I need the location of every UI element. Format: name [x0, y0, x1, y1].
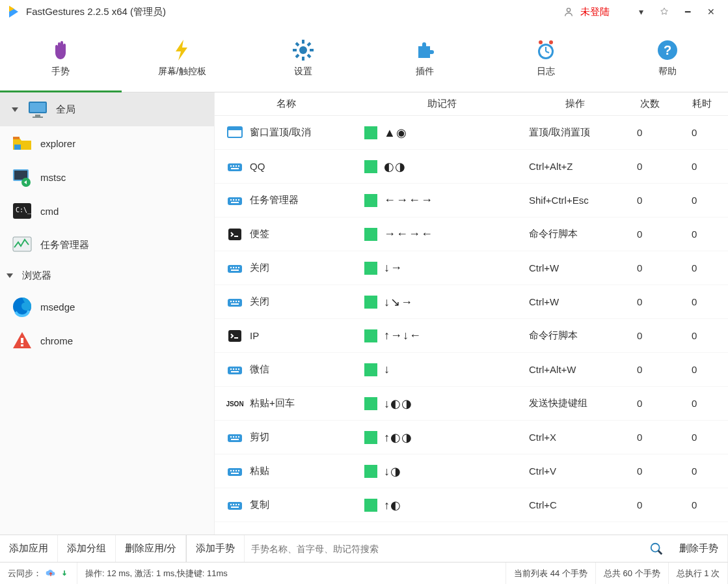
row-count: 0 [624, 398, 676, 409]
gesture-trigger-icon [364, 363, 377, 376]
gesture-trigger-icon [364, 126, 377, 139]
sidebar-item-msedge[interactable]: msedge [0, 290, 214, 324]
row-mnemonic: ↑→↓← [384, 329, 422, 342]
svg-rect-78 [228, 468, 242, 476]
tab-settings[interactable]: 设置 [243, 23, 364, 92]
table-row[interactable]: 关闭↓↘→Ctrl+W00 [215, 285, 728, 319]
gesture-trigger-icon [364, 499, 377, 512]
header-mnemonic[interactable]: 助记符 [358, 98, 526, 110]
tab-help[interactable]: ? 帮助 [607, 23, 729, 92]
add-gesture-button[interactable]: 添加手势 [186, 535, 245, 562]
statusbar: 云同步： 操作: 12 ms, 激活: 1 ms,快捷键: 11ms 当前列表 … [0, 562, 728, 584]
svg-line-8 [296, 43, 299, 46]
delete-gesture-button[interactable]: 删除手势 [670, 535, 728, 562]
close-button[interactable]: ✕ [699, 3, 723, 21]
folder-icon [12, 133, 33, 154]
dropdown-icon[interactable]: ▾ [629, 3, 653, 21]
table-row[interactable]: 剪切↑◐◑Ctrl+X00 [215, 421, 728, 454]
user-icon[interactable] [557, 3, 580, 21]
row-time: 0 [676, 161, 728, 172]
bolt-icon [170, 38, 194, 62]
svg-point-81 [236, 469, 237, 471]
sidebar-item-global[interactable]: 全局 [0, 92, 214, 126]
tab-plugins[interactable]: 插件 [364, 23, 486, 92]
status-current-list: 当前列表 44 个手势 [506, 563, 596, 584]
row-operation: 命令行脚本 [526, 228, 624, 240]
row-time: 0 [676, 499, 728, 510]
tab-screen[interactable]: 屏幕/触控板 [122, 23, 243, 92]
row-name: 关闭 [250, 296, 269, 308]
search-icon[interactable] [649, 542, 664, 556]
row-operation: Ctrl+X [526, 432, 624, 443]
sidebar-item-chrome[interactable]: chrome [0, 324, 214, 357]
svg-point-39 [233, 165, 234, 166]
table-body[interactable]: 窗口置顶/取消▲◉置顶/取消置顶00QQ◐◑Ctrl+Alt+Z00任务管理器←… [215, 116, 728, 535]
table-row[interactable]: 微信↓Ctrl+Alt+W00 [215, 353, 728, 387]
table-row[interactable]: 窗口置顶/取消▲◉置顶/取消置顶00 [215, 116, 728, 150]
row-mnemonic: ↓→ [384, 261, 403, 275]
row-mnemonic: ◐◑ [384, 160, 406, 174]
svg-rect-77 [231, 439, 239, 440]
row-operation: Ctrl+Alt+Z [526, 161, 624, 172]
gesture-trigger-icon [364, 194, 377, 207]
table-row[interactable]: JSON粘贴+回车↓◐◑发送快捷键组00 [215, 387, 728, 421]
gesture-trigger-icon [364, 431, 377, 444]
table-row[interactable]: QQ◐◑Ctrl+Alt+Z00 [215, 150, 728, 184]
table-row[interactable]: 任务管理器←→←→Shif+Ctrl+Esc00 [215, 184, 728, 217]
header-operation[interactable]: 操作 [526, 98, 624, 110]
svg-point-2 [567, 8, 570, 12]
row-operation: Ctrl+V [526, 466, 624, 477]
cloud-down-icon[interactable] [60, 569, 69, 578]
tab-label: 手势 [51, 66, 70, 77]
tab-gestures[interactable]: 手势 [0, 23, 122, 92]
svg-point-60 [236, 300, 237, 301]
svg-rect-57 [228, 299, 242, 307]
tab-label: 设置 [294, 66, 312, 77]
header-time[interactable]: 耗时 [676, 98, 728, 110]
svg-point-90 [651, 543, 660, 551]
sidebar-label: msedge [40, 301, 75, 313]
table-row[interactable]: IP↑→↓←命令行脚本00 [215, 319, 728, 353]
sidebar-item-cmd[interactable]: C:\_ cmd [0, 194, 214, 228]
svg-point-3 [299, 46, 307, 54]
status-sync-label: 云同步： [8, 568, 42, 579]
row-name: 粘贴+回车 [250, 397, 295, 410]
row-count: 0 [624, 466, 676, 477]
add-app-button[interactable]: 添加应用 [0, 535, 58, 562]
search-input[interactable] [251, 544, 644, 554]
svg-rect-72 [228, 434, 242, 442]
window-title: FastGestures 2.2.5 x64 (管理员) [26, 6, 166, 18]
header-count[interactable]: 次数 [624, 98, 676, 110]
table-row[interactable]: 便签→←→←命令行脚本00 [215, 217, 728, 251]
svg-point-53 [233, 266, 234, 268]
row-type-icon [226, 327, 243, 344]
cloud-up-icon[interactable] [46, 569, 56, 578]
terminal-icon: C:\_ [12, 201, 33, 221]
table-row[interactable]: 关闭↓→Ctrl+W00 [215, 251, 728, 285]
login-status[interactable]: 未登陆 [580, 6, 610, 18]
header-name[interactable]: 名称 [215, 98, 358, 110]
sidebar-label: chrome [40, 335, 73, 346]
add-group-button[interactable]: 添加分组 [58, 535, 116, 562]
remote-icon [12, 167, 33, 188]
delete-app-button[interactable]: 删除应用/分 [116, 535, 186, 562]
row-type-icon: JSON [226, 395, 243, 412]
row-type-icon [226, 497, 243, 514]
svg-rect-63 [228, 330, 241, 342]
minimize-button[interactable]: ━ [676, 3, 699, 21]
row-name: 复制 [250, 499, 269, 511]
sidebar-item-mstsc[interactable]: mstsc [0, 160, 214, 194]
tab-logs[interactable]: 日志 [485, 23, 607, 92]
row-operation: Ctrl+Alt+W [526, 364, 624, 375]
pin-icon[interactable] [653, 3, 676, 21]
table-row[interactable]: 粘贴↓◑Ctrl+V00 [215, 454, 728, 488]
row-name: 粘贴 [250, 465, 269, 477]
tab-label: 屏幕/触控板 [158, 66, 206, 77]
sidebar-item-explorer[interactable]: explorer [0, 126, 214, 160]
gesture-trigger-icon [364, 397, 377, 410]
sidebar-group-browsers[interactable]: 浏览器 [0, 262, 214, 290]
table-row[interactable]: 复制↑◐Ctrl+C00 [215, 488, 728, 522]
status-perf: 操作: 12 ms, 激活: 1 ms,快捷键: 11ms [77, 563, 506, 584]
svg-line-9 [308, 55, 310, 57]
sidebar-item-taskmgr[interactable]: 任务管理器 [0, 228, 214, 262]
